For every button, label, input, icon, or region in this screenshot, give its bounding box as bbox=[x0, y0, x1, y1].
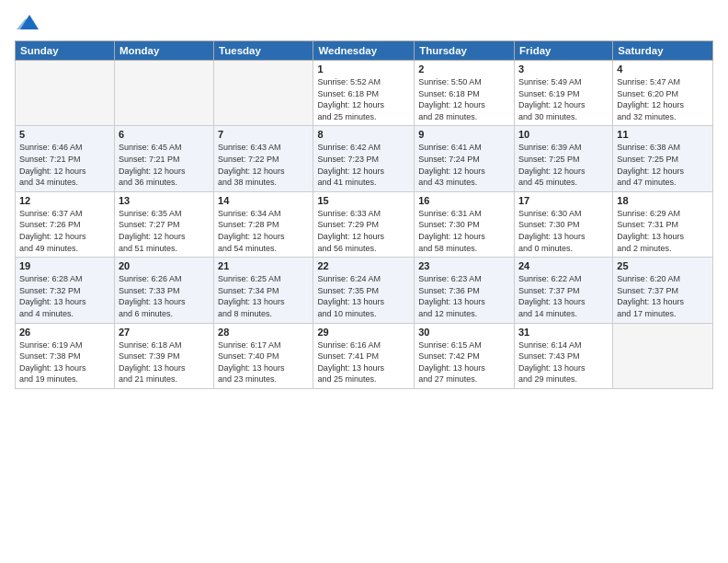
day-number: 25 bbox=[617, 260, 709, 271]
day-number: 11 bbox=[617, 129, 709, 140]
day-number: 4 bbox=[617, 63, 709, 75]
day-info: Sunrise: 6:25 AM Sunset: 7:34 PM Dayligh… bbox=[218, 273, 309, 319]
weekday-header-sunday: Sunday bbox=[16, 41, 115, 61]
day-info: Sunrise: 5:52 AM Sunset: 6:18 PM Dayligh… bbox=[317, 76, 410, 122]
day-number: 12 bbox=[19, 195, 110, 206]
logo-icon bbox=[17, 11, 39, 33]
weekday-header-thursday: Thursday bbox=[415, 41, 515, 61]
calendar-cell: 1Sunrise: 5:52 AM Sunset: 6:18 PM Daylig… bbox=[313, 61, 415, 126]
day-info: Sunrise: 6:14 AM Sunset: 7:43 PM Dayligh… bbox=[518, 339, 609, 385]
calendar-cell: 18Sunrise: 6:29 AM Sunset: 7:31 PM Dayli… bbox=[613, 191, 713, 257]
calendar-cell bbox=[613, 323, 713, 388]
day-number: 24 bbox=[518, 260, 609, 271]
day-number: 29 bbox=[317, 327, 410, 338]
calendar-cell: 25Sunrise: 6:20 AM Sunset: 7:37 PM Dayli… bbox=[613, 258, 713, 323]
calendar-cell: 22Sunrise: 6:24 AM Sunset: 7:35 PM Dayli… bbox=[313, 258, 415, 323]
calendar-cell bbox=[114, 61, 213, 126]
calendar-week-row: 5Sunrise: 6:46 AM Sunset: 7:21 PM Daylig… bbox=[16, 126, 713, 191]
calendar-cell: 30Sunrise: 6:15 AM Sunset: 7:42 PM Dayli… bbox=[415, 323, 515, 388]
day-number: 5 bbox=[19, 129, 110, 140]
calendar-cell: 16Sunrise: 6:31 AM Sunset: 7:30 PM Dayli… bbox=[415, 191, 515, 257]
day-info: Sunrise: 5:47 AM Sunset: 6:20 PM Dayligh… bbox=[617, 76, 709, 122]
calendar-cell: 4Sunrise: 5:47 AM Sunset: 6:20 PM Daylig… bbox=[613, 61, 713, 126]
calendar-cell: 7Sunrise: 6:43 AM Sunset: 7:22 PM Daylig… bbox=[214, 126, 313, 191]
day-number: 21 bbox=[218, 260, 309, 271]
day-info: Sunrise: 6:45 AM Sunset: 7:21 PM Dayligh… bbox=[119, 142, 210, 188]
calendar-week-row: 1Sunrise: 5:52 AM Sunset: 6:18 PM Daylig… bbox=[16, 61, 713, 126]
day-info: Sunrise: 6:26 AM Sunset: 7:33 PM Dayligh… bbox=[119, 273, 210, 319]
weekday-header-saturday: Saturday bbox=[613, 41, 713, 61]
day-number: 22 bbox=[317, 260, 410, 271]
day-info: Sunrise: 6:17 AM Sunset: 7:40 PM Dayligh… bbox=[218, 339, 309, 385]
day-number: 18 bbox=[617, 195, 709, 206]
day-info: Sunrise: 6:20 AM Sunset: 7:37 PM Dayligh… bbox=[617, 273, 709, 319]
calendar-cell: 11Sunrise: 6:38 AM Sunset: 7:25 PM Dayli… bbox=[613, 126, 713, 191]
day-info: Sunrise: 6:35 AM Sunset: 7:27 PM Dayligh… bbox=[119, 208, 210, 254]
day-info: Sunrise: 6:24 AM Sunset: 7:35 PM Dayligh… bbox=[317, 273, 410, 319]
page-container: SundayMondayTuesdayWednesdayThursdayFrid… bbox=[0, 0, 728, 563]
weekday-header-monday: Monday bbox=[114, 41, 213, 61]
calendar-cell: 13Sunrise: 6:35 AM Sunset: 7:27 PM Dayli… bbox=[114, 191, 213, 257]
day-number: 30 bbox=[418, 327, 510, 338]
calendar-cell: 9Sunrise: 6:41 AM Sunset: 7:24 PM Daylig… bbox=[415, 126, 515, 191]
page-header bbox=[15, 11, 713, 33]
calendar-cell: 31Sunrise: 6:14 AM Sunset: 7:43 PM Dayli… bbox=[514, 323, 612, 388]
calendar-cell: 6Sunrise: 6:45 AM Sunset: 7:21 PM Daylig… bbox=[114, 126, 213, 191]
calendar-cell: 21Sunrise: 6:25 AM Sunset: 7:34 PM Dayli… bbox=[214, 258, 313, 323]
day-info: Sunrise: 6:39 AM Sunset: 7:25 PM Dayligh… bbox=[518, 142, 609, 188]
calendar-cell: 12Sunrise: 6:37 AM Sunset: 7:26 PM Dayli… bbox=[16, 191, 115, 257]
day-number: 10 bbox=[518, 129, 609, 140]
day-number: 9 bbox=[418, 129, 510, 140]
calendar-cell: 19Sunrise: 6:28 AM Sunset: 7:32 PM Dayli… bbox=[16, 258, 115, 323]
day-number: 15 bbox=[317, 195, 410, 206]
calendar-cell: 3Sunrise: 5:49 AM Sunset: 6:19 PM Daylig… bbox=[514, 61, 612, 126]
day-info: Sunrise: 6:30 AM Sunset: 7:30 PM Dayligh… bbox=[518, 208, 609, 254]
day-number: 7 bbox=[218, 129, 309, 140]
day-info: Sunrise: 6:34 AM Sunset: 7:28 PM Dayligh… bbox=[218, 208, 309, 254]
day-info: Sunrise: 6:31 AM Sunset: 7:30 PM Dayligh… bbox=[418, 208, 510, 254]
day-info: Sunrise: 6:46 AM Sunset: 7:21 PM Dayligh… bbox=[19, 142, 110, 188]
day-info: Sunrise: 6:38 AM Sunset: 7:25 PM Dayligh… bbox=[617, 142, 709, 188]
day-info: Sunrise: 6:18 AM Sunset: 7:39 PM Dayligh… bbox=[119, 339, 210, 385]
day-number: 31 bbox=[518, 327, 609, 338]
calendar-cell: 27Sunrise: 6:18 AM Sunset: 7:39 PM Dayli… bbox=[114, 323, 213, 388]
day-number: 3 bbox=[518, 63, 609, 75]
day-info: Sunrise: 6:29 AM Sunset: 7:31 PM Dayligh… bbox=[617, 208, 709, 254]
day-info: Sunrise: 5:49 AM Sunset: 6:19 PM Dayligh… bbox=[518, 76, 609, 122]
day-number: 13 bbox=[119, 195, 210, 206]
day-info: Sunrise: 6:22 AM Sunset: 7:37 PM Dayligh… bbox=[518, 273, 609, 319]
calendar-cell: 23Sunrise: 6:23 AM Sunset: 7:36 PM Dayli… bbox=[415, 258, 515, 323]
weekday-header-friday: Friday bbox=[514, 41, 612, 61]
day-info: Sunrise: 6:43 AM Sunset: 7:22 PM Dayligh… bbox=[218, 142, 309, 188]
calendar-cell: 8Sunrise: 6:42 AM Sunset: 7:23 PM Daylig… bbox=[313, 126, 415, 191]
day-info: Sunrise: 6:41 AM Sunset: 7:24 PM Dayligh… bbox=[418, 142, 510, 188]
calendar-cell: 14Sunrise: 6:34 AM Sunset: 7:28 PM Dayli… bbox=[214, 191, 313, 257]
day-number: 2 bbox=[418, 63, 510, 75]
day-info: Sunrise: 6:42 AM Sunset: 7:23 PM Dayligh… bbox=[317, 142, 410, 188]
day-number: 19 bbox=[19, 260, 110, 271]
day-info: Sunrise: 6:33 AM Sunset: 7:29 PM Dayligh… bbox=[317, 208, 410, 254]
day-number: 27 bbox=[119, 327, 210, 338]
calendar-cell bbox=[214, 61, 313, 126]
day-number: 14 bbox=[218, 195, 309, 206]
calendar-week-row: 26Sunrise: 6:19 AM Sunset: 7:38 PM Dayli… bbox=[16, 323, 713, 388]
weekday-header-tuesday: Tuesday bbox=[214, 41, 313, 61]
day-info: Sunrise: 6:28 AM Sunset: 7:32 PM Dayligh… bbox=[19, 273, 110, 319]
calendar-cell bbox=[16, 61, 115, 126]
day-number: 20 bbox=[119, 260, 210, 271]
calendar-cell: 15Sunrise: 6:33 AM Sunset: 7:29 PM Dayli… bbox=[313, 191, 415, 257]
day-number: 16 bbox=[418, 195, 510, 206]
calendar-cell: 24Sunrise: 6:22 AM Sunset: 7:37 PM Dayli… bbox=[514, 258, 612, 323]
calendar-header-row: SundayMondayTuesdayWednesdayThursdayFrid… bbox=[16, 41, 713, 61]
calendar-table: SundayMondayTuesdayWednesdayThursdayFrid… bbox=[15, 40, 713, 389]
day-info: Sunrise: 6:16 AM Sunset: 7:41 PM Dayligh… bbox=[317, 339, 410, 385]
calendar-cell: 2Sunrise: 5:50 AM Sunset: 6:18 PM Daylig… bbox=[415, 61, 515, 126]
day-number: 26 bbox=[19, 327, 110, 338]
calendar-cell: 26Sunrise: 6:19 AM Sunset: 7:38 PM Dayli… bbox=[16, 323, 115, 388]
calendar-cell: 20Sunrise: 6:26 AM Sunset: 7:33 PM Dayli… bbox=[114, 258, 213, 323]
day-number: 23 bbox=[418, 260, 510, 271]
calendar-cell: 5Sunrise: 6:46 AM Sunset: 7:21 PM Daylig… bbox=[16, 126, 115, 191]
day-number: 17 bbox=[518, 195, 609, 206]
calendar-cell: 29Sunrise: 6:16 AM Sunset: 7:41 PM Dayli… bbox=[313, 323, 415, 388]
day-info: Sunrise: 6:15 AM Sunset: 7:42 PM Dayligh… bbox=[418, 339, 510, 385]
